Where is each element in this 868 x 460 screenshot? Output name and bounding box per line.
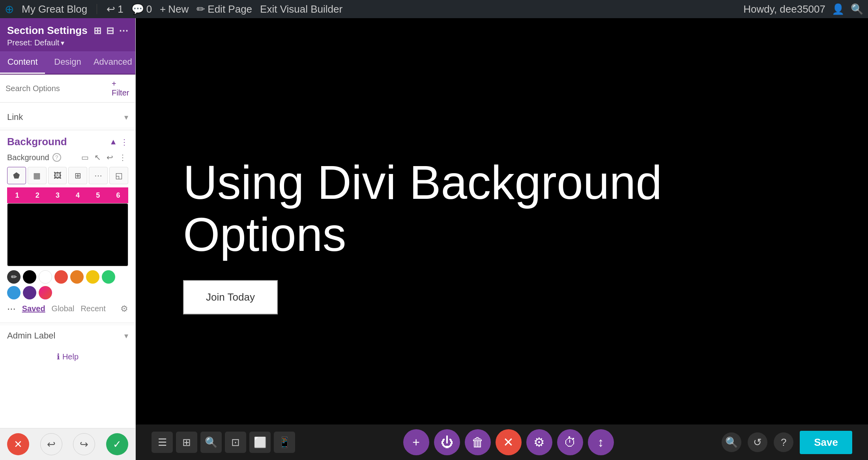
search-bar: + Filter — [0, 75, 135, 103]
admin-label-arrow: ▾ — [124, 331, 128, 340]
palette-settings-icon[interactable]: ⚙ — [120, 304, 128, 314]
toolbar-search-icon[interactable]: 🔍 — [200, 432, 222, 453]
tab-design[interactable]: Design — [45, 51, 90, 74]
color-tab-2[interactable]: 2 — [27, 187, 47, 203]
panel-content: Link ▾ Background ▲ ⋮ Background ? ▭ ↖ ↩ — [0, 103, 135, 428]
more-dots-icon[interactable]: ··· — [7, 303, 16, 315]
search-input[interactable] — [6, 84, 105, 93]
background-section: Background ▲ ⋮ Background ? ▭ ↖ ↩ ⋮ ⬟ — [0, 132, 135, 321]
bg-help-icon[interactable]: ? — [52, 153, 61, 162]
bg-desktop-icon[interactable]: ▭ — [80, 152, 90, 163]
swatch-purple[interactable] — [23, 286, 36, 299]
color-palette: ✏ — [7, 270, 128, 299]
exit-builder-item[interactable]: Exit Visual Builder — [260, 3, 342, 15]
panel-title-text: Section Settings — [7, 24, 88, 37]
color-tab-6[interactable]: 6 — [108, 187, 128, 203]
toolbar-center: + ⏻ 🗑 ✕ ⚙ ⏱ ↕ — [403, 429, 614, 455]
section-divider — [0, 130, 135, 130]
link-section[interactable]: Link ▾ — [0, 107, 135, 128]
color-picker-icon[interactable]: ✏ — [7, 270, 21, 284]
panel-title-icons: ⊞ ⊟ ⋯ — [94, 25, 128, 36]
toolbar-mobile-icon[interactable]: 📱 — [274, 432, 295, 453]
copy-icon[interactable]: ⊞ — [94, 25, 101, 36]
history-icon[interactable]: ↺ — [748, 432, 767, 452]
bg-type-image[interactable]: 🖼 — [48, 167, 67, 184]
swatch-green[interactable] — [102, 270, 115, 284]
delete-button[interactable]: 🗑 — [465, 429, 491, 455]
bg-options-icon[interactable]: ⋮ — [117, 152, 128, 163]
wp-admin-bar: ⊕ My Great Blog ↩ 1 💬 0 + New ✏ Edit Pag… — [0, 0, 868, 18]
swatch-gradient[interactable] — [39, 286, 52, 299]
bg-type-row: ⬟ ▦ 🖼 ⊞ ⋯ ◱ — [7, 167, 128, 184]
dismiss-button[interactable]: ✕ — [496, 429, 522, 455]
edit-page-item[interactable]: ✏ Edit Page — [196, 3, 252, 15]
zoom-icon[interactable]: 🔍 — [722, 432, 741, 452]
tab-content[interactable]: Content — [0, 51, 45, 74]
bg-more-icon[interactable]: ⋮ — [120, 137, 128, 147]
bg-type-pattern[interactable]: ⋯ — [89, 167, 108, 184]
bg-type-gradient[interactable]: ▦ — [28, 167, 47, 184]
toolbar-grid-icon[interactable]: ⊞ — [176, 432, 197, 453]
color-tab-4[interactable]: 4 — [68, 187, 88, 203]
toolbar-tablet-icon[interactable]: ⊡ — [225, 432, 246, 453]
recent-tab[interactable]: Recent — [80, 304, 105, 313]
save-button[interactable]: Save — [800, 431, 852, 454]
bg-type-mask[interactable]: ◱ — [109, 167, 128, 184]
swatch-black[interactable] — [23, 270, 36, 284]
canvas-area: Using Divi Background Options Join Today — [136, 18, 868, 460]
bg-undo-icon[interactable]: ↩ — [105, 152, 115, 163]
move-button[interactable]: ↕ — [588, 429, 614, 455]
swatch-blue[interactable] — [7, 286, 21, 299]
toolbar-desktop-icon[interactable]: ⬜ — [249, 432, 271, 453]
wp-logo-icon[interactable]: ⊕ — [5, 3, 14, 16]
bg-cursor-icon[interactable]: ↖ — [93, 152, 103, 163]
timer-button[interactable]: ⏱ — [557, 429, 583, 455]
close-button[interactable]: ✕ — [7, 433, 29, 455]
bar-separator — [97, 4, 97, 14]
redo-button[interactable]: ↪ — [73, 433, 95, 455]
swatch-yellow[interactable] — [86, 270, 99, 284]
tab-advanced[interactable]: Advanced — [90, 51, 135, 74]
swatch-orange[interactable] — [70, 270, 84, 284]
toolbar-menu-icon[interactable]: ☰ — [152, 432, 173, 453]
confirm-button[interactable]: ✓ — [106, 433, 128, 455]
layout-icon[interactable]: ⊟ — [106, 25, 114, 36]
bg-controls: ▭ ↖ ↩ ⋮ — [80, 152, 128, 163]
filter-button[interactable]: + Filter — [108, 78, 132, 99]
comments-item[interactable]: 💬 0 — [131, 3, 152, 15]
join-button[interactable]: Join Today — [183, 280, 278, 314]
search-icon[interactable]: 🔍 — [851, 3, 863, 15]
panel-preset[interactable]: Preset: Default ▾ — [7, 38, 128, 47]
settings-button[interactable]: ⚙ — [526, 429, 552, 455]
help-icon: ℹ — [57, 352, 60, 361]
bg-collapse-icon[interactable]: ▲ — [109, 137, 117, 146]
bg-section-header: Background ▲ ⋮ — [7, 136, 128, 148]
toggle-button[interactable]: ⏻ — [434, 429, 460, 455]
panel-bottom-bar: ✕ ↩ ↪ ✓ — [0, 428, 135, 460]
color-tab-3[interactable]: 3 — [47, 187, 67, 203]
help-row[interactable]: ℹ Help — [0, 346, 135, 367]
palette-tabs-row: ··· Saved Global Recent ⚙ — [7, 303, 128, 315]
color-tab-5[interactable]: 5 — [88, 187, 108, 203]
user-label: Howdy, dee35007 — [743, 3, 825, 15]
global-tab[interactable]: Global — [52, 304, 75, 313]
panel-header: Section Settings ⊞ ⊟ ⋯ Preset: Default ▾ — [0, 18, 135, 51]
admin-label-section[interactable]: Admin Label ▾ — [0, 325, 135, 346]
color-tab-1[interactable]: 1 — [7, 187, 27, 203]
new-item[interactable]: + New — [160, 3, 189, 15]
history-item[interactable]: ↩ 1 — [107, 3, 123, 15]
canvas-title: Using Divi Background Options — [183, 156, 821, 260]
help-icon[interactable]: ? — [774, 432, 793, 452]
more-options-icon[interactable]: ⋯ — [119, 25, 128, 36]
saved-tab[interactable]: Saved — [22, 304, 45, 313]
swatch-white[interactable] — [39, 270, 52, 284]
add-section-button[interactable]: + — [403, 429, 429, 455]
bg-label-row: Background ? ▭ ↖ ↩ ⋮ — [7, 152, 128, 163]
bg-title-icons: ▲ ⋮ — [109, 137, 128, 147]
swatch-red[interactable] — [54, 270, 68, 284]
undo-button[interactable]: ↩ — [40, 433, 62, 455]
blog-name-link[interactable]: My Great Blog — [22, 3, 87, 15]
bg-type-color[interactable]: ⬟ — [7, 167, 26, 184]
bg-type-video[interactable]: ⊞ — [68, 167, 87, 184]
color-preview[interactable] — [7, 203, 128, 266]
